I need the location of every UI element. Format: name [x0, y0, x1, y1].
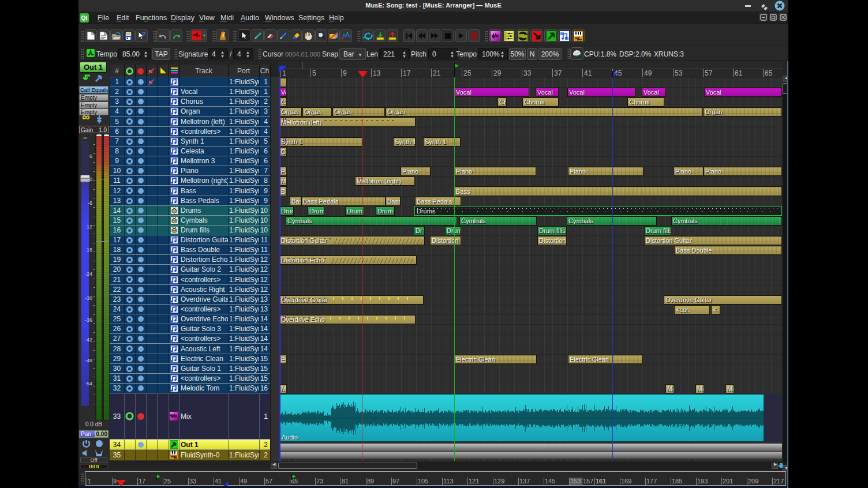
svg-text:Qt: Qt: [81, 15, 88, 21]
svg-text:?: ?: [142, 31, 146, 37]
